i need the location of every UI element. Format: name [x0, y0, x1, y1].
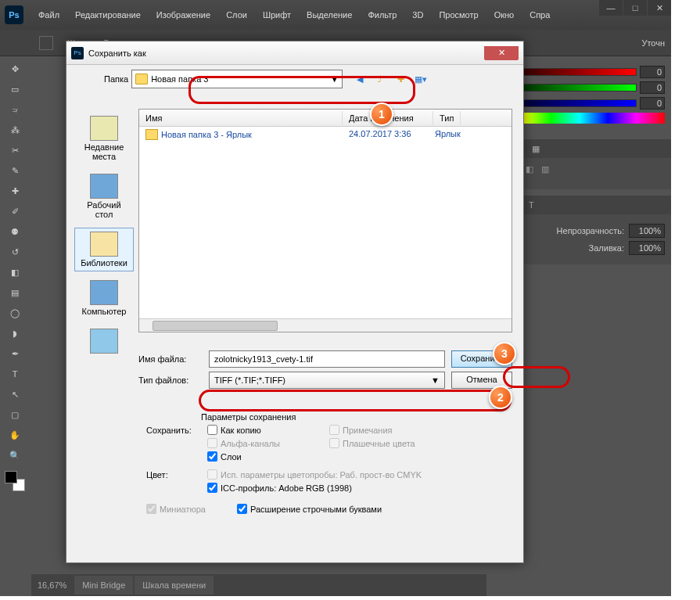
type-icon[interactable]: T — [529, 200, 534, 210]
folder-combo[interactable]: Новая папка 3 ▼ — [131, 70, 343, 88]
gradient-tool-icon[interactable]: ▤ — [4, 283, 26, 302]
opts-title: Параметры сохранения — [201, 412, 512, 422]
brush-tool-icon[interactable]: ✐ — [4, 202, 26, 221]
scroll-thumb[interactable] — [153, 321, 278, 331]
menu-select[interactable]: Выделение — [300, 7, 359, 23]
maximize-button[interactable]: □ — [623, 0, 647, 16]
folder-label: Папка — [104, 74, 128, 84]
place-label: Рабочий стол — [78, 200, 130, 219]
menu-filter[interactable]: Фильтр — [361, 7, 404, 23]
file-name: Новая папка 3 - Ярлык — [161, 130, 252, 139]
ps-small-icon: Ps — [71, 47, 84, 59]
heal-tool-icon[interactable]: ✚ — [4, 181, 26, 200]
refine-button[interactable]: Уточн — [641, 38, 665, 48]
chk-layers[interactable]: Слои — [207, 451, 325, 462]
zoom-value[interactable]: 16,67% — [31, 580, 73, 590]
blue-value[interactable]: 0 — [640, 97, 665, 110]
highlight-2 — [199, 390, 512, 411]
tab-minibridge[interactable]: Mini Bridge — [74, 576, 133, 595]
path-tool-icon[interactable]: ↖ — [4, 385, 26, 404]
history-brush-icon[interactable]: ↺ — [4, 243, 26, 261]
dodge-tool-icon[interactable]: ◗ — [4, 324, 26, 343]
red-value[interactable]: 0 — [640, 66, 665, 78]
filetype-combo[interactable]: TIFF (*.TIF;*.TIFF)▼ — [209, 372, 445, 389]
place-recent[interactable]: Недавние места — [74, 112, 134, 165]
color-label: Цвет: — [146, 470, 203, 480]
save-options: Параметры сохранения Сохранить: Как копи… — [146, 409, 512, 514]
back-icon[interactable]: ◀ — [352, 71, 368, 87]
col-type[interactable]: Тип — [433, 111, 461, 125]
fill-value[interactable]: 100% — [629, 241, 665, 255]
menu-image[interactable]: Изображение — [149, 7, 217, 23]
filename-input[interactable] — [209, 350, 445, 368]
type-tool-icon[interactable]: T — [4, 365, 26, 383]
save-label: Сохранить: — [146, 426, 203, 435]
file-list[interactable]: Имя Дата изменения Тип Новая папка 3 - Я… — [138, 109, 512, 332]
place-desktop[interactable]: Рабочий стол — [74, 170, 134, 223]
eyedropper-tool-icon[interactable]: ✎ — [4, 161, 26, 180]
file-type: Ярлык — [435, 129, 461, 140]
menu-view[interactable]: Просмотр — [432, 7, 485, 23]
chk-lc-ext[interactable]: Расширение строчными буквами — [237, 504, 382, 514]
new-folder-icon[interactable]: ✚ — [393, 71, 408, 87]
tab-icon[interactable]: ▦ — [532, 144, 540, 154]
up-icon[interactable]: ⤴ — [372, 71, 388, 87]
places-bar: Недавние места Рабочий стол Библиотеки К… — [74, 112, 134, 359]
menu-file[interactable]: Файл — [31, 7, 66, 23]
green-value[interactable]: 0 — [640, 81, 665, 94]
crop-tool-icon[interactable]: ✂ — [4, 141, 26, 160]
menu-type[interactable]: Шрифт — [256, 7, 298, 23]
chk-as-copy[interactable]: Как копию — [207, 425, 325, 435]
badge-3: 3 — [493, 342, 516, 365]
opacity-value[interactable]: 100% — [629, 224, 665, 238]
stamp-tool-icon[interactable]: ⚉ — [4, 222, 26, 241]
menu-3d[interactable]: 3D — [405, 7, 430, 23]
pen-tool-icon[interactable]: ✒ — [4, 344, 26, 363]
wand-tool-icon[interactable]: ⁂ — [4, 120, 26, 139]
tool-preset-icon[interactable] — [39, 36, 53, 50]
folder-icon — [135, 74, 148, 84]
chevron-down-icon: ▼ — [330, 74, 339, 84]
adj-icon[interactable]: ◧ — [526, 164, 533, 174]
chk-alpha: Альфа-каналы — [207, 438, 325, 448]
fg-bg-colors[interactable] — [5, 471, 25, 491]
save-as-dialog: Ps Сохранить как ✕ Папка Новая папка 3 ▼… — [66, 41, 524, 563]
photoshop-window: Ps Файл Редактирование Изображение Слои … — [0, 0, 671, 596]
dialog-titlebar[interactable]: Ps Сохранить как ✕ — [66, 41, 523, 65]
move-tool-icon[interactable]: ✥ — [4, 59, 26, 78]
fill-label: Заливка: — [589, 243, 624, 253]
place-label: Недавние места — [78, 142, 130, 161]
opacity-label: Непрозрачность: — [557, 226, 624, 235]
col-name[interactable]: Имя — [139, 111, 343, 125]
place-label: Библиотеки — [78, 258, 130, 268]
window-controls: — □ ✕ — [598, 0, 671, 16]
menu-help[interactable]: Спра — [522, 7, 557, 23]
close-button[interactable]: ✕ — [648, 0, 671, 16]
menu-window[interactable]: Окно — [487, 7, 522, 23]
lasso-tool-icon[interactable]: ⟉ — [4, 100, 26, 119]
chk-spot: Плашечные цвета — [329, 438, 470, 448]
place-libraries[interactable]: Библиотеки — [74, 228, 134, 271]
filetype-label: Тип файлов: — [138, 375, 203, 385]
menu-layer[interactable]: Слои — [219, 7, 254, 23]
chk-proof: Исп. параметры цветопробы: Раб. прост-во… — [207, 469, 470, 480]
h-scrollbar[interactable] — [139, 318, 512, 332]
place-computer[interactable]: Компьютер — [74, 276, 134, 320]
place-network[interactable] — [74, 325, 134, 359]
chk-icc[interactable]: ICC-профиль: Adobe RGB (1998) — [207, 483, 470, 493]
marquee-tool-icon[interactable]: ▭ — [4, 80, 26, 99]
dialog-close-button[interactable]: ✕ — [484, 46, 519, 60]
adj-icon[interactable]: ▥ — [541, 164, 549, 174]
view-menu-icon[interactable]: ▦▾ — [413, 71, 429, 87]
menu-edit[interactable]: Редактирование — [68, 7, 148, 23]
shape-tool-icon[interactable]: ▢ — [4, 405, 26, 424]
badge-2: 2 — [489, 386, 512, 409]
zoom-tool-icon[interactable]: 🔍 — [4, 446, 26, 465]
tab-timeline[interactable]: Шкала времени — [135, 576, 214, 595]
blur-tool-icon[interactable]: ◯ — [4, 304, 26, 322]
file-row[interactable]: Новая папка 3 - Ярлык 24.07.2017 3:36 Яр… — [139, 127, 512, 142]
eraser-tool-icon[interactable]: ◧ — [4, 263, 26, 282]
hand-tool-icon[interactable]: ✋ — [4, 426, 26, 444]
folder-icon — [145, 129, 158, 140]
minimize-button[interactable]: — — [599, 0, 623, 16]
